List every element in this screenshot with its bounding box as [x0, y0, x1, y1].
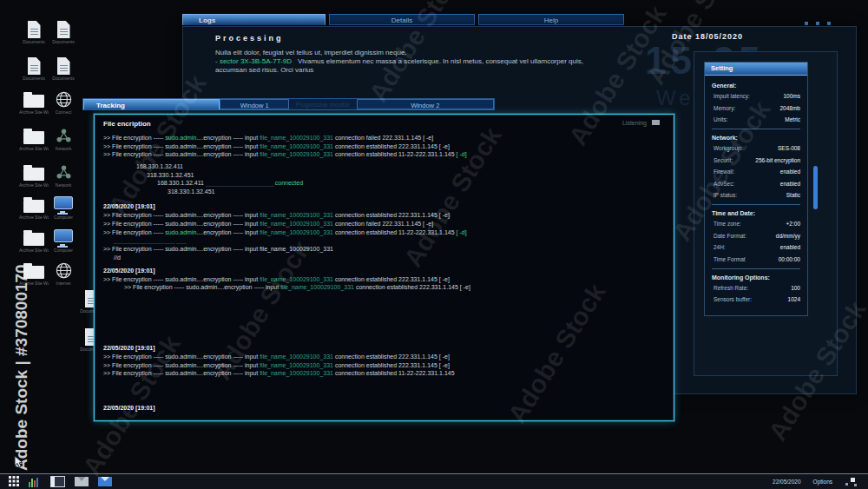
log-segment: [ -d] [457, 229, 467, 235]
processing-paragraph: Nulla elit dolor, feugiat vel tellus ut,… [215, 49, 688, 75]
log-line: >> File encryption ----- sudo.admin....e… [103, 361, 667, 370]
tab-logs[interactable]: Logs [182, 14, 326, 25]
log-line: >> File encryption ----- sudo.admin....e… [124, 283, 667, 292]
desktop-icon-doc[interactable]: Documents [49, 56, 78, 81]
settings-row[interactable]: Sensors buffer:1024 [713, 296, 800, 302]
tab-tracking[interactable]: Tracking [83, 99, 220, 109]
window-control-dot[interactable] [816, 22, 819, 25]
app-grid-icon[interactable] [9, 476, 19, 487]
network-nodes-icon [55, 127, 73, 145]
encryption-log: >> File encryption ----- sudo.admin....e… [103, 134, 667, 413]
desktop-icon-molecule[interactable]: Network [49, 162, 78, 188]
settings-value: enabled [780, 181, 800, 187]
settings-value: 1024 [788, 296, 800, 302]
taskbar-options-button[interactable]: Options [813, 479, 832, 485]
desktop-icon-folder[interactable]: Archive Site Works [19, 126, 49, 151]
log-segment: connection established 222.331.1.145 [ -… [354, 284, 470, 290]
desktop-icon-folder[interactable]: Archive Site Works [19, 195, 49, 220]
desktop-icon-label: Archive Site Works [19, 110, 49, 115]
settings-label: Memory: [713, 105, 735, 111]
tab-progressive-monitor[interactable]: Progressive monitor [289, 99, 357, 109]
settings-body: General:Impuit latency:100msMemory:2048m… [705, 76, 807, 315]
settings-scrollbar[interactable] [813, 166, 818, 209]
log-segment: file_name_100029100_331 [260, 221, 333, 227]
log-segment: file_name_100029100_331 [260, 212, 333, 218]
settings-label: IP status: [713, 192, 737, 198]
log-segment: >> File encryption ----- sudo.admin....e… [103, 370, 260, 376]
settings-title-bar[interactable]: Setting [705, 63, 807, 76]
settings-row[interactable]: Time zone:+2:00 [713, 221, 800, 227]
document-icon [28, 57, 41, 75]
mail-blue-icon[interactable] [98, 477, 112, 486]
log-line: 22/05/2020 [19:01] [103, 344, 667, 353]
settings-row[interactable]: Firewall:enabled [713, 169, 800, 175]
settings-row[interactable]: IP status:Static [713, 192, 800, 198]
log-segment: connection established 11-22-222.331.1.1… [333, 370, 455, 376]
tab-window-1[interactable]: Window 1 [220, 99, 289, 109]
desktop-icon-label: Archive Site Works [19, 248, 49, 253]
desktop-icon-globe[interactable]: Internet [49, 261, 78, 286]
settings-row[interactable]: Memory:2048mb [713, 105, 800, 111]
desktop-icon-monitor[interactable]: Computer [49, 195, 78, 220]
log-segment: connected [273, 180, 303, 186]
log-line: 318.330.1.32.451 [147, 171, 667, 180]
log-segment: file_name_100029100_331 [260, 370, 333, 376]
desktop-icon-folder[interactable]: Archive Site Works [19, 261, 49, 286]
taskbar-date: 22/05/2020 [773, 479, 801, 485]
desktop-icon-doc[interactable]: Documents [19, 19, 49, 44]
log-line: >> File encryption ----- sudo.admin....e… [103, 150, 667, 159]
desktop-icon-folder[interactable]: Archive Site Works [19, 89, 49, 115]
desktop-icon-monitor[interactable]: Computer [49, 228, 78, 253]
log-segment: 318.330.1.32.451 [147, 172, 194, 178]
log-segment: 318.330.1.32.451 [168, 188, 215, 195]
log-segment: >> File encryption ----- sudo.admin....e… [124, 284, 280, 290]
log-segment: 22/05/2020 [19:01] [103, 405, 155, 411]
mail-icon[interactable] [75, 477, 89, 486]
settings-row[interactable]: Refresh Rate:100 [713, 285, 800, 291]
tab-details[interactable]: Details [329, 14, 475, 25]
equalizer-icon[interactable] [29, 476, 41, 487]
desktop: DocumentsDocumentsDocumentsDocumentsArch… [0, 0, 868, 489]
log-line: >> File encryption ----- sudo.admin....e… [103, 245, 667, 254]
processing-heading: Processing [215, 34, 284, 43]
log-segment: connection failed 222.331.1.145 [ -e] [333, 221, 433, 227]
settings-row[interactable]: AdvSec:enabled [713, 181, 800, 187]
log-segment: file_name_100029100_331 [260, 354, 333, 360]
settings-label: Firewall: [713, 169, 734, 175]
settings-row[interactable]: Impuit latency:100ms [713, 93, 800, 99]
settings-row[interactable]: Units:Metric [713, 116, 800, 122]
settings-row[interactable]: Time Format00:00:00 [713, 256, 800, 262]
log-segment: file_name_100029100_331 [260, 229, 333, 235]
desktop-icon-folder[interactable]: Archive Site Works [19, 228, 49, 253]
settings-label: Units: [713, 116, 728, 122]
desktop-icon-doc[interactable]: Documents [49, 19, 78, 44]
window-control-dot[interactable] [827, 22, 831, 25]
listening-indicator[interactable]: Listening [622, 120, 660, 126]
desktop-icon-label: Archive Site Works [19, 281, 49, 286]
settings-row[interactable]: 24H:enabled [713, 244, 800, 250]
desktop-icon-molecule[interactable]: Network [49, 126, 78, 151]
taskbar-icons [9, 476, 112, 487]
listening-toggle-icon[interactable] [652, 120, 660, 125]
settings-row[interactable]: Workgroup:SES-008 [713, 145, 800, 151]
settings-label: Refresh Rate: [713, 285, 748, 291]
desktop-icon-globe[interactable]: Connect [49, 89, 78, 115]
log-segment: connection established 222.331.1.145 [ -… [333, 354, 450, 360]
tab-help[interactable]: Help [478, 14, 624, 25]
settings-row[interactable]: Date Format:dd/mm/yy [713, 233, 800, 239]
log-segment: >> File encryption ----- sudo.admin....e… [103, 143, 260, 149]
log-segment: >> File encryption ----- sudo.admin....e… [103, 151, 260, 157]
desktop-icon-doc[interactable]: Documents [19, 56, 49, 81]
window-control-dot[interactable] [805, 22, 808, 25]
log-segment: connection established 222.331.1.145 [ -… [333, 362, 450, 368]
desktop-icon-folder[interactable]: Archive Site Works [19, 162, 49, 188]
settings-section-heading: Network: [712, 135, 800, 141]
log-segment: sudo.admin [165, 229, 196, 235]
window-icon[interactable] [50, 476, 65, 487]
settings-section-heading: General: [712, 83, 800, 89]
taskbar-layout-icon[interactable] [845, 477, 858, 487]
desktop-icon-label: Documents [49, 40, 78, 44]
settings-row[interactable]: Securit:256-bit encryption [713, 157, 800, 163]
tab-window-2[interactable]: Window 2 [357, 99, 494, 109]
desktop-icon-label: Computer [49, 215, 78, 220]
